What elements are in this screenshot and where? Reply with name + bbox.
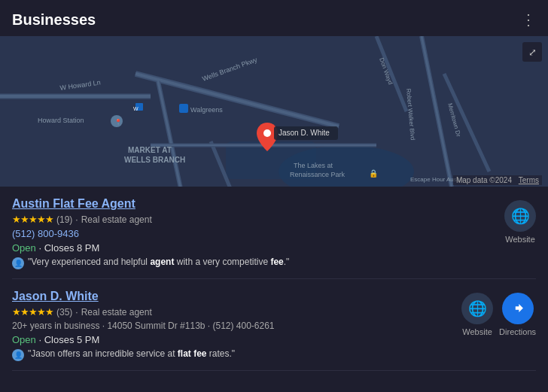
svg-text:Jason D. White: Jason D. White [279,129,330,137]
listing-info: Jason D. White ★★★★★ (35) · Real estate … [12,290,452,361]
website-button[interactable]: 🌐 Website [461,293,493,336]
listing-info: Austin Flat Fee Agent ★★★★★ (19) · Real … [12,197,495,269]
status-close-time: · Closes 5 PM [38,334,99,345]
expand-icon: ⤢ [528,47,537,58]
website-button[interactable]: 🌐 Website [504,200,536,244]
website-icon-circle: 🌐 [461,293,493,324]
directions-icon [510,300,526,317]
listing-rating-count: (35) [56,307,72,318]
website-icon-circle: 🌐 [504,200,536,232]
svg-text:Renaissance Park: Renaissance Park [290,171,346,178]
svg-text:WELLS BRANCH: WELLS BRANCH [124,156,185,164]
svg-text:🔒: 🔒 [369,169,379,178]
status-open: Open [12,242,36,254]
listing-phone[interactable]: (512) 800-9436 [12,228,495,239]
review-text: "Very experienced and helpful agent with… [28,257,289,267]
map-expand-button[interactable]: ⤢ [522,42,542,62]
directions-button[interactable]: Directions [499,293,536,336]
listing-rating-row: ★★★★★ (35) · Real estate agent [12,306,452,318]
listing-item: Austin Flat Fee Agent ★★★★★ (19) · Real … [12,187,536,279]
listing-name[interactable]: Jason D. White [12,290,452,303]
businesses-panel: Businesses ⋮ [0,0,548,392]
listing-review: 👤 "Jason offers an incredible service at… [12,348,452,361]
map-container: W Howard Ln Wells Branch Pkwy Robert Wal… [0,36,548,187]
svg-point-36 [263,129,271,137]
svg-text:W: W [133,106,139,111]
listing-status: Open · Closes 8 PM [12,242,495,254]
svg-text:📍: 📍 [114,118,122,126]
dot-separator: · [75,214,78,225]
svg-rect-22 [179,104,188,113]
website-label: Website [462,327,492,336]
review-avatar: 👤 [12,349,24,361]
status-open: Open [12,334,36,345]
globe-icon: 🌐 [468,299,487,318]
listing-rating-count: (19) [56,214,72,225]
review-text: "Jason offers an incredible service at f… [28,348,235,359]
listing-actions: 🌐 Website [504,197,536,244]
globe-icon: 🌐 [511,207,530,225]
listing-item: Jason D. White ★★★★★ (35) · Real estate … [12,279,536,371]
review-avatar: 👤 [12,257,24,269]
listing-name[interactable]: Austin Flat Fee Agent [12,197,495,211]
directions-icon-circle [502,293,534,324]
header: Businesses ⋮ [0,0,548,36]
website-label: Website [505,235,535,244]
status-close-time: · Closes 8 PM [38,242,99,254]
listing-type: Real estate agent [81,307,152,318]
dot-separator: · [75,307,78,318]
listing-meta: 20+ years in business · 14050 Summit Dr … [12,321,452,331]
listing-actions: 🌐 Website Directions [461,290,536,336]
svg-text:MARKET AT: MARKET AT [128,146,172,154]
listing-status: Open · Closes 5 PM [12,334,452,345]
map-terms-link[interactable]: Terms [519,176,539,184]
map-svg: W Howard Ln Wells Branch Pkwy Robert Wal… [0,36,548,187]
map-attribution: Map data ©2024 Terms [453,175,542,185]
listing-rating-row: ★★★★★ (19) · Real estate agent [12,214,495,225]
directions-label: Directions [499,327,536,336]
listings-container: Austin Flat Fee Agent ★★★★★ (19) · Real … [0,187,548,371]
svg-text:Walgreens: Walgreens [190,106,223,114]
listing-stars: ★★★★★ [12,306,53,318]
listing-stars: ★★★★★ [12,214,53,225]
panel-title: Businesses [12,11,96,29]
menu-icon[interactable]: ⋮ [521,11,536,29]
svg-text:The Lakes at: The Lakes at [294,162,333,169]
listing-review: 👤 "Very experienced and helpful agent wi… [12,257,495,269]
svg-text:Howard Station: Howard Station [38,117,84,124]
listing-type: Real estate agent [81,214,152,225]
